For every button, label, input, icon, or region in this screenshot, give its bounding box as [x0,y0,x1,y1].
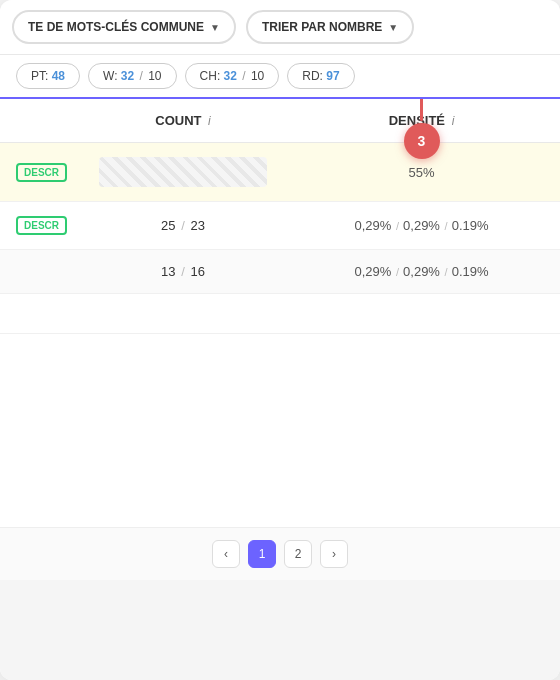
prev-page-button[interactable]: ‹ [212,540,240,568]
tab-ch-sep: / [239,69,249,83]
tooltip-indicator: 3 [404,99,440,159]
tab-rd-value: 97 [326,69,339,83]
tab-ch-label: CH: [200,69,224,83]
row2-count-sep: / [181,218,188,233]
table-row: DESCR 55% [0,143,560,202]
row2-count-a: 25 [161,218,175,233]
row3-count-cell: 13 / 16 [83,250,283,294]
tooltip-number: 3 [418,133,426,149]
data-table: COUNT i 3 DENSITÉ i [0,99,560,334]
row3-density-cell: 0,29% / 0,29% / 0.19% [283,250,560,294]
row3-density-sep1: / [396,266,402,278]
chevron-down-icon: ▼ [210,22,220,33]
next-page-button[interactable]: › [320,540,348,568]
row3-density-sep2: / [445,266,451,278]
tab-pt-value: 48 [52,69,65,83]
tooltip-bubble: 3 [404,123,440,159]
mots-cles-dropdown[interactable]: TE DE MOTS-CLÉS COMMUNE ▼ [12,10,236,44]
page-1-button[interactable]: 1 [248,540,276,568]
row2-density-cell: 0,29% / 0,29% / 0.19% [283,202,560,250]
tab-ch[interactable]: CH: 32 / 10 [185,63,280,89]
count-info-icon[interactable]: i [208,114,211,128]
page-1-label: 1 [259,547,266,561]
tab-ch-value1: 32 [224,69,237,83]
tab-pt-label: PT: [31,69,52,83]
density-info-icon[interactable]: i [452,114,455,128]
tab-w-label: W: [103,69,121,83]
row3-density-a: 0,29% [354,264,391,279]
table-row-empty [0,294,560,334]
page-2-label: 2 [295,547,302,561]
row3-empty-cell [0,250,83,294]
tab-w-value1: 32 [121,69,134,83]
chevron-down-icon-2: ▼ [388,22,398,33]
table-header-row: COUNT i 3 DENSITÉ i [0,99,560,143]
descr-badge: DESCR [16,163,67,182]
prev-icon: ‹ [224,547,228,561]
tab-w-sep: / [136,69,146,83]
tab-ch-value2: 10 [251,69,264,83]
col-empty [0,99,83,143]
table-row: DESCR 25 / 23 0,29% / 0,29% / 0.19% [0,202,560,250]
row2-density-a: 0,29% [354,218,391,233]
row1-badge-cell: DESCR [0,143,83,202]
row3-count-sep: / [181,264,188,279]
table-area: COUNT i 3 DENSITÉ i [0,99,560,527]
next-icon: › [332,547,336,561]
row2-density-sep1: / [396,220,402,232]
tab-pt[interactable]: PT: 48 [16,63,80,89]
toolbar: TE DE MOTS-CLÉS COMMUNE ▼ TRIER PAR NOMB… [0,0,560,55]
tab-w[interactable]: W: 32 / 10 [88,63,177,89]
col-density: 3 DENSITÉ i [283,99,560,143]
dropdown2-label: TRIER PAR NOMBRE [262,20,382,34]
row3-count-a: 13 [161,264,175,279]
page-2-button[interactable]: 2 [284,540,312,568]
tab-rd[interactable]: RD: 97 [287,63,354,89]
col-count-label: COUNT [155,113,201,128]
row1-count-cell [83,143,283,202]
row1-density-value: 55% [408,165,434,180]
col-count: COUNT i [83,99,283,143]
row2-badge-cell: DESCR [0,202,83,250]
trier-par-dropdown[interactable]: TRIER PAR NOMBRE ▼ [246,10,414,44]
tab-rd-label: RD: [302,69,326,83]
tab-w-value2: 10 [148,69,161,83]
hatched-cell [99,157,267,187]
bottom-area [0,580,560,680]
row2-density-b: 0,29% [403,218,440,233]
row3-density-c: 0.19% [452,264,489,279]
row2-density-sep2: / [445,220,451,232]
pagination: ‹ 1 2 › [0,527,560,580]
descr-badge-2: DESCR [16,216,67,235]
row2-count-b: 23 [190,218,204,233]
table-row: 13 / 16 0,29% / 0,29% / 0.19% [0,250,560,294]
tab-row: PT: 48 W: 32 / 10 CH: 32 / 10 RD: 97 [0,55,560,99]
row3-count-b: 16 [190,264,204,279]
dropdown1-label: TE DE MOTS-CLÉS COMMUNE [28,20,204,34]
row3-density-b: 0,29% [403,264,440,279]
main-container: TE DE MOTS-CLÉS COMMUNE ▼ TRIER PAR NOMB… [0,0,560,680]
tooltip-pin [420,99,423,121]
row2-count-cell: 25 / 23 [83,202,283,250]
row2-density-c: 0.19% [452,218,489,233]
